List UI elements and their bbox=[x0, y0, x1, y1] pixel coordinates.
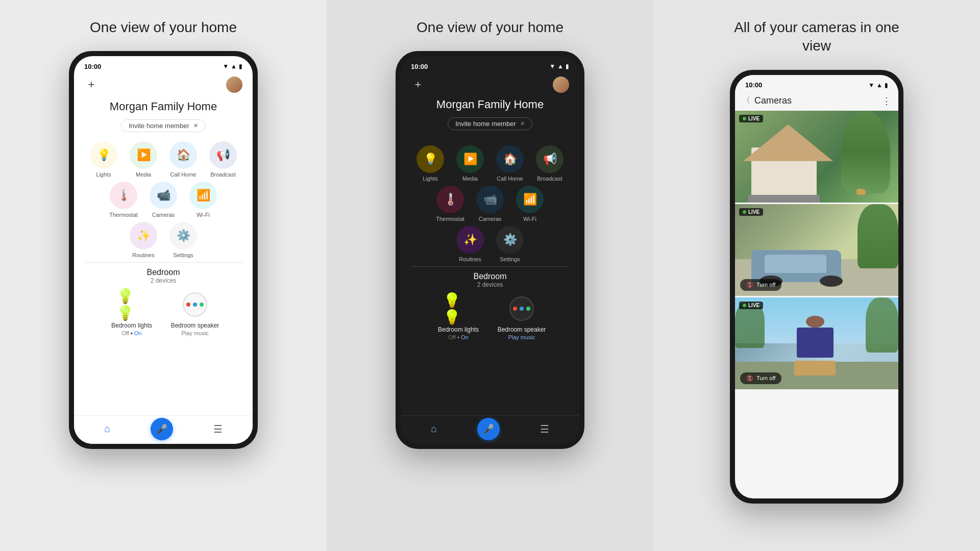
cameras-circle-two: 📹 bbox=[476, 186, 504, 213]
settings-label-two: Settings bbox=[500, 256, 520, 262]
settings-circle-one: ⚙️ bbox=[169, 222, 197, 249]
camera-feed-1[interactable]: LIVE bbox=[735, 111, 898, 203]
invite-chip-one[interactable]: Invite home member ✕ bbox=[121, 119, 206, 132]
mic-button-one[interactable]: 🎤 bbox=[151, 418, 173, 440]
close-icon-two[interactable]: ✕ bbox=[520, 120, 525, 127]
routines-label-two: Routines bbox=[459, 256, 481, 262]
turn-off-button-2[interactable]: 📵 Turn off bbox=[740, 279, 781, 291]
callhome-item-two[interactable]: 🏠 Call Home bbox=[492, 145, 528, 182]
turn-off-label-2: Turn off bbox=[756, 282, 775, 288]
media-label-two: Media bbox=[462, 176, 478, 182]
icon-row-1-one: 💡 Lights ▶️ Media 🏠 Call Home 📢 bbox=[84, 141, 242, 178]
icon-row-3-two: ✨ Routines ⚙️ Settings bbox=[411, 226, 569, 262]
nav-home-icon[interactable]: ⌂ bbox=[104, 423, 110, 435]
bedroom-lights-status-two: Off • On bbox=[448, 334, 468, 340]
thermostat-label-one: Thermostat bbox=[109, 212, 138, 218]
nav-home-icon-two[interactable]: ⌂ bbox=[431, 423, 437, 435]
three-dots-icon[interactable]: ⋮ bbox=[882, 95, 891, 107]
add-button-one[interactable]: + bbox=[84, 78, 99, 92]
callhome-label-one: Call Home bbox=[170, 171, 196, 178]
icon-row-1-two: 💡 Lights ▶️ Media 🏠 Call Home 📢 bbox=[411, 145, 569, 182]
media-circle-two: ▶️ bbox=[456, 145, 484, 173]
speaker-dots-one bbox=[186, 303, 204, 307]
bedroom-speaker-icon-two bbox=[506, 293, 537, 324]
bedroom-lights-name-one: Bedroom lights bbox=[111, 322, 152, 329]
routines-item-one[interactable]: ✨ Routines bbox=[126, 222, 161, 258]
lights-item-one[interactable]: 💡 Lights bbox=[86, 141, 121, 178]
wifi-circle-two: 📶 bbox=[516, 186, 544, 213]
add-button-two[interactable]: + bbox=[411, 78, 425, 92]
live-badge-1: LIVE bbox=[739, 115, 763, 122]
avatar-one[interactable] bbox=[226, 77, 242, 93]
bedroom-speaker-play-two[interactable]: Play music bbox=[508, 334, 535, 340]
lights-circle-two: 💡 bbox=[416, 145, 444, 173]
bedroom-speaker-icon-one bbox=[180, 289, 210, 320]
live-dot-2 bbox=[743, 210, 746, 214]
routines-item-two[interactable]: ✨ Routines bbox=[452, 226, 488, 262]
battery-icon: ▮ bbox=[239, 63, 242, 70]
cameras-item-one[interactable]: 📹 Cameras bbox=[145, 182, 181, 218]
mobile-signal-icon-three: ▲ bbox=[876, 82, 883, 89]
icon-row-3-one: ✨ Routines ⚙️ Settings bbox=[84, 222, 242, 258]
phone-screen-two: 10:00 ▼ ▲ ▮ + Morgan Family Ho bbox=[401, 56, 579, 444]
feed-1-background bbox=[735, 111, 898, 203]
live-badge-3: LIVE bbox=[739, 302, 763, 309]
callhome-circle-one: 🏠 bbox=[169, 141, 197, 169]
wifi-signal-icon: ▼ bbox=[223, 63, 229, 70]
avatar-two[interactable] bbox=[553, 77, 569, 93]
bedroom-lights-device-two[interactable]: 💡💡 Bedroom lights Off • On bbox=[433, 293, 484, 340]
camera-feed-2[interactable]: LIVE 📵 Turn off bbox=[735, 204, 898, 296]
status-off-two: Off bbox=[448, 334, 455, 340]
bedroom-lights-icon-one: 💡💡 bbox=[116, 289, 147, 320]
broadcast-item-one[interactable]: 📢 Broadcast bbox=[205, 141, 241, 178]
mic-button-two[interactable]: 🎤 bbox=[477, 418, 500, 440]
settings-item-two[interactable]: ⚙️ Settings bbox=[492, 226, 528, 262]
turn-off-button-3[interactable]: 📵 Turn off bbox=[740, 372, 781, 384]
close-icon-one[interactable]: ✕ bbox=[193, 122, 198, 129]
wifi-item-two[interactable]: 📶 Wi-Fi bbox=[512, 186, 548, 222]
battery-icon-two: ▮ bbox=[566, 63, 569, 70]
camera-title-area: 〈 Cameras bbox=[742, 95, 792, 106]
cameras-item-two[interactable]: 📹 Cameras bbox=[472, 186, 508, 222]
camera-off-icon-2: 📵 bbox=[746, 282, 753, 288]
mic-icon-one: 🎤 bbox=[156, 423, 167, 435]
nav-menu-icon[interactable]: ☰ bbox=[213, 423, 223, 435]
invite-container-one: Invite home member ✕ bbox=[84, 119, 242, 141]
thermostat-item-one[interactable]: 🌡️ Thermostat bbox=[106, 182, 141, 218]
broadcast-label-one: Broadcast bbox=[210, 171, 236, 178]
phone-screen-one: 10:00 ▼ ▲ ▮ + Morgan Family Ho bbox=[74, 56, 253, 444]
panel-two: One view of your home 10:00 ▼ ▲ ▮ + bbox=[327, 0, 653, 551]
settings-item-one[interactable]: ⚙️ Settings bbox=[165, 222, 201, 258]
thermostat-item-two[interactable]: 🌡️ Thermostat bbox=[432, 186, 468, 222]
wifi-item-one[interactable]: 📶 Wi-Fi bbox=[185, 182, 221, 218]
lights-label-two: Lights bbox=[423, 176, 437, 182]
media-circle-one: ▶️ bbox=[130, 141, 157, 169]
status-bar-two: 10:00 ▼ ▲ ▮ bbox=[401, 56, 579, 72]
status-on-two: On bbox=[461, 334, 469, 340]
divider-one bbox=[84, 262, 242, 263]
cameras-circle-one: 📹 bbox=[150, 182, 177, 209]
devices-row-one: 💡💡 Bedroom lights Off • On bbox=[84, 289, 242, 336]
callhome-label-two: Call Home bbox=[497, 176, 523, 182]
top-actions-two: + bbox=[411, 77, 569, 93]
bedroom-speaker-play-one[interactable]: Play music bbox=[181, 330, 208, 336]
nav-menu-icon-two[interactable]: ☰ bbox=[540, 423, 549, 435]
chevron-down-icon[interactable]: 〈 bbox=[742, 95, 750, 106]
media-item-two[interactable]: ▶️ Media bbox=[452, 145, 488, 182]
bedroom-speaker-name-one: Bedroom speaker bbox=[171, 322, 219, 329]
bedroom-lights-device-one[interactable]: 💡💡 Bedroom lights Off • On bbox=[106, 289, 157, 336]
lights-item-two[interactable]: 💡 Lights bbox=[412, 145, 448, 182]
live-dot-3 bbox=[743, 304, 746, 307]
lights-label-one: Lights bbox=[96, 171, 111, 178]
bedroom-lights-status-one: Off • On bbox=[121, 330, 141, 336]
media-item-one[interactable]: ▶️ Media bbox=[126, 141, 161, 178]
panel-three: All of your cameras in one view 10:00 ▼ … bbox=[653, 0, 980, 551]
phone-frame-three: 10:00 ▼ ▲ ▮ 〈 Cameras ⋮ bbox=[730, 70, 903, 504]
callhome-item-one[interactable]: 🏠 Call Home bbox=[165, 141, 201, 178]
invite-chip-two[interactable]: Invite home member ✕ bbox=[448, 117, 532, 130]
turn-off-label-3: Turn off bbox=[756, 375, 775, 381]
broadcast-item-two[interactable]: 📢 Broadcast bbox=[532, 145, 568, 182]
camera-feed-3[interactable]: LIVE 📵 Turn off bbox=[735, 297, 898, 389]
bedroom-speaker-device-one[interactable]: Bedroom speaker Play music bbox=[169, 289, 220, 336]
bedroom-speaker-device-two[interactable]: Bedroom speaker Play music bbox=[496, 293, 547, 340]
